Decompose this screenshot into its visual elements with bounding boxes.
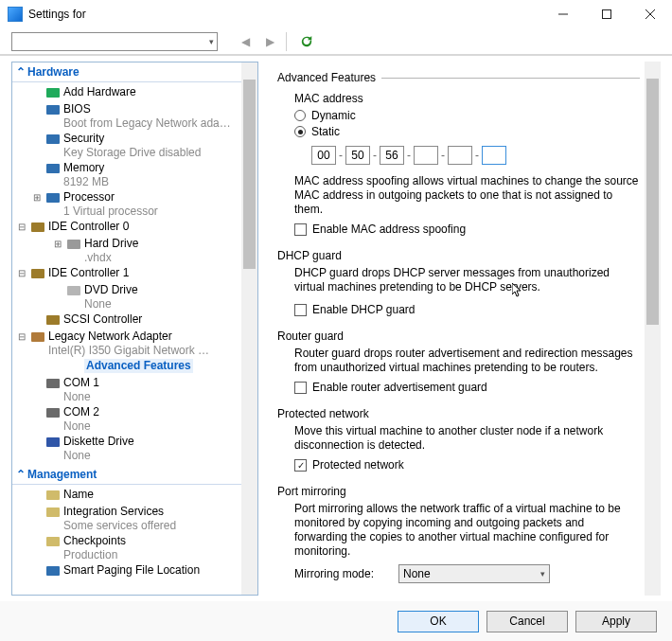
node-icon	[44, 376, 62, 391]
tree-node-ide1[interactable]: ⊟IDE Controller 1	[12, 265, 240, 282]
settings-tree[interactable]: ⌃ Hardware Add HardwareBIOSBoot from Leg…	[11, 62, 258, 596]
cancel-button[interactable]: Cancel	[486, 611, 568, 632]
mac-octet-2[interactable]	[380, 146, 404, 165]
svg-rect-16	[46, 408, 60, 418]
port-mirroring-label: Port mirroring	[277, 485, 640, 498]
router-guard-desc: Router guard drops router advertisement …	[294, 347, 640, 375]
tree-node-adv-feat[interactable]: Advanced Features	[12, 358, 240, 375]
node-label: COM 1	[63, 376, 99, 390]
mac-spoof-checkbox[interactable]: Enable MAC address spoofing	[294, 223, 640, 236]
tree-node-bios[interactable]: BIOSBoot from Legacy Network ada…	[12, 101, 240, 131]
mac-static-radio[interactable]: Static	[294, 125, 640, 138]
node-label: SCSI Controller	[63, 312, 142, 327]
node-icon	[29, 329, 46, 345]
sidebar-scrollbar[interactable]	[241, 62, 257, 595]
node-label: Integration Services	[63, 505, 176, 519]
tree-node-diskette[interactable]: Diskette DriveNone	[12, 434, 240, 463]
node-label: DVD Drive	[84, 283, 138, 297]
mac-octet-0[interactable]	[311, 146, 336, 165]
tree-node-dvd[interactable]: DVD DriveNone	[12, 282, 240, 312]
maximize-button[interactable]	[585, 0, 628, 28]
expander-icon[interactable]: ⊞	[50, 237, 65, 252]
svg-rect-17	[46, 437, 60, 447]
mirroring-mode-label: Mirroring mode:	[294, 567, 374, 580]
mac-octet-4[interactable]	[448, 146, 472, 165]
svg-rect-18	[46, 490, 60, 500]
mac-octet-3[interactable]	[414, 146, 438, 165]
node-sublabel: Intel(R) I350 Gigabit Network …	[48, 344, 209, 357]
node-label: Name	[63, 488, 94, 502]
tree-node-smartpaging[interactable]: Smart Paging File Location	[12, 562, 240, 579]
mirroring-mode-select[interactable]: None▾	[398, 564, 550, 583]
dhcp-guard-checkbox[interactable]: Enable DHCP guard	[294, 303, 640, 316]
node-icon	[29, 220, 46, 235]
node-label: Hard Drive	[84, 237, 138, 251]
node-icon	[44, 102, 62, 117]
node-icon	[44, 85, 62, 100]
node-label: Smart Paging File Location	[63, 563, 200, 578]
window-title: Settings for	[28, 8, 541, 21]
nav-forward-button[interactable]: ▶	[259, 31, 280, 52]
vm-selector-combo[interactable]: ▾	[11, 32, 218, 51]
tree-node-processor[interactable]: ⊞Processor1 Virtual processor	[12, 189, 240, 219]
router-guard-label: Router guard	[277, 329, 640, 343]
panel-scrollbar[interactable]	[645, 62, 661, 596]
node-sublabel: Production	[63, 548, 126, 561]
node-label: Processor	[63, 190, 158, 205]
mac-octet-5[interactable]	[482, 146, 506, 165]
router-guard-checkbox[interactable]: Enable router advertisement guard	[294, 381, 640, 394]
svg-rect-13	[46, 315, 60, 325]
tree-node-integration[interactable]: Integration ServicesSome services offere…	[12, 504, 240, 533]
expander-icon[interactable]: ⊞	[29, 190, 44, 205]
svg-rect-6	[46, 134, 60, 144]
node-sublabel: Key Storage Drive disabled	[63, 146, 201, 159]
section-management[interactable]: ⌃ Management	[12, 465, 257, 485]
node-label: Add Hardware	[63, 85, 136, 99]
expander-icon[interactable]: ⊟	[14, 329, 29, 345]
node-icon	[44, 505, 62, 520]
tree-node-legacy-net[interactable]: ⊟Legacy Network AdapterIntel(R) I350 Gig…	[12, 329, 240, 358]
nav-back-button[interactable]: ◀	[235, 31, 256, 52]
expander-icon[interactable]: ⊟	[14, 266, 29, 281]
expander-icon[interactable]: ⊟	[14, 220, 29, 235]
tree-node-harddrive[interactable]: ⊞Hard Drive.vhdx	[12, 236, 240, 265]
tree-node-memory[interactable]: Memory8192 MB	[12, 160, 240, 189]
tree-node-com2[interactable]: COM 2None	[12, 404, 240, 434]
apply-button[interactable]: Apply	[575, 611, 657, 632]
app-icon	[8, 7, 23, 22]
tree-node-ide0[interactable]: ⊟IDE Controller 0	[12, 219, 240, 236]
node-sublabel: None	[84, 297, 138, 311]
node-label: IDE Controller 0	[48, 220, 129, 234]
tree-node-name[interactable]: Name	[12, 487, 240, 504]
node-icon	[44, 132, 62, 147]
mac-spoof-desc: MAC address spoofing allows virtual mach…	[294, 174, 640, 217]
protected-network-checkbox[interactable]: Protected network	[294, 458, 640, 472]
svg-rect-1	[603, 10, 611, 19]
mac-address-fields: - - - - -	[311, 146, 640, 165]
dhcp-guard-label: DHCP guard	[277, 249, 640, 262]
svg-rect-8	[46, 193, 60, 203]
mac-octet-1[interactable]	[345, 146, 370, 165]
ok-button[interactable]: OK	[398, 611, 479, 632]
refresh-button[interactable]	[296, 31, 317, 52]
protected-network-desc: Move this virtual machine to another clu…	[294, 424, 640, 453]
minimize-button[interactable]	[541, 0, 585, 28]
dhcp-guard-desc: DHCP guard drops DHCP server messages fr…	[294, 266, 640, 294]
close-button[interactable]	[628, 0, 672, 28]
chevron-down-icon: ▾	[540, 569, 545, 579]
node-label: IDE Controller 1	[48, 266, 129, 280]
svg-rect-5	[46, 105, 60, 115]
tree-node-com1[interactable]: COM 1None	[12, 375, 240, 404]
tree-node-scsi[interactable]: SCSI Controller	[12, 312, 240, 329]
section-hardware-label: Hardware	[27, 65, 80, 79]
tree-node-add-hardware[interactable]: Add Hardware	[12, 84, 240, 101]
section-hardware[interactable]: ⌃ Hardware	[12, 62, 257, 82]
port-mirroring-desc: Port mirroring allows the network traffi…	[294, 502, 640, 559]
mac-dynamic-radio[interactable]: Dynamic	[294, 109, 640, 122]
tree-node-checkpoints[interactable]: CheckpointsProduction	[12, 533, 240, 562]
node-icon	[44, 312, 62, 328]
titlebar: Settings for	[0, 0, 672, 28]
tree-node-security[interactable]: SecurityKey Storage Drive disabled	[12, 131, 240, 160]
node-label: BIOS	[63, 102, 231, 116]
node-icon	[44, 488, 62, 503]
